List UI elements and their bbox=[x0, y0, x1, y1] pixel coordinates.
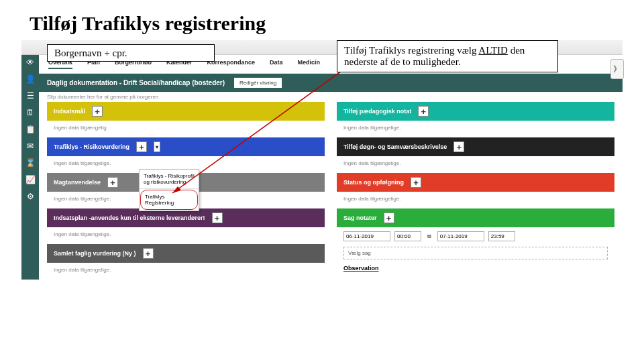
card-header: Tilføj pædagogisk notat+ bbox=[337, 102, 614, 121]
expand-handle[interactable]: 》 bbox=[610, 59, 624, 79]
app-screenshot: Borgernavn + cpr. Tilføj Trafiklys regis… bbox=[21, 40, 623, 280]
sidebar-icon-3[interactable]: 🗓 bbox=[25, 108, 36, 118]
card-empty: Ingen data tilgængelige. bbox=[337, 156, 614, 173]
card-header: Tilføj døgn- og Samværsbeskrivelse+ bbox=[337, 137, 614, 156]
card-empty: Ingen data tilgængelig. bbox=[47, 121, 325, 137]
sidebar-icon-0[interactable]: 👁 bbox=[25, 58, 36, 68]
time-from[interactable] bbox=[394, 231, 421, 241]
add-button[interactable]: + bbox=[411, 177, 421, 188]
dropdown-toggle[interactable]: ▾ bbox=[154, 141, 160, 152]
sidebar-icon-7[interactable]: 📈 bbox=[25, 175, 36, 185]
card-label: Trafiklys - Risikovurdering bbox=[54, 143, 129, 150]
tab-medicin[interactable]: Medicin bbox=[298, 59, 321, 69]
date-from[interactable] bbox=[343, 231, 390, 241]
time-to[interactable] bbox=[488, 231, 515, 241]
card-label: Tilføj pædagogisk notat bbox=[343, 108, 411, 115]
sidebar-icon-8[interactable]: ⚙ bbox=[25, 192, 36, 202]
sidebar-icon-6[interactable]: ⌛ bbox=[25, 158, 36, 168]
card-label: Magtanvendelse bbox=[54, 179, 101, 186]
sidebar: 👁👤☰🗓📋✉⌛📈⚙ bbox=[21, 55, 39, 280]
observation-link[interactable]: Observation bbox=[337, 262, 614, 274]
drop-hint: Slip dokumenter her for at gemme på borg… bbox=[39, 92, 623, 102]
card-empty: Ingen data tilgængelige. bbox=[47, 227, 325, 244]
card-header: Status og opfølgning+ bbox=[337, 173, 614, 192]
add-button[interactable]: + bbox=[136, 141, 147, 152]
card-label: Samlet faglig vurdering (Ny ) bbox=[54, 250, 136, 257]
add-dropdown: Trafiklys - Risikoprofil og risikovurder… bbox=[139, 169, 199, 211]
annot-text-a: Tilføj Trafiklys registrering vælg bbox=[344, 45, 478, 56]
card-label: Indsatsplan -anvendes kun til eksterne l… bbox=[54, 215, 205, 221]
card-header: Indsatsplan -anvendes kun til eksterne l… bbox=[47, 208, 325, 227]
card-header: Trafiklys - Risikovurdering+▾ bbox=[47, 137, 325, 156]
add-button[interactable]: + bbox=[212, 213, 223, 223]
section-header: Daglig dokumentation - Drift Social/hand… bbox=[39, 74, 623, 92]
card-label: Status og opfølgning bbox=[343, 179, 404, 186]
dropdown-option-registration[interactable]: Trafiklys Registrering bbox=[140, 190, 198, 210]
card-header: Samlet faglig vurdering (Ny )+ bbox=[47, 244, 325, 263]
add-button[interactable]: + bbox=[143, 248, 154, 259]
card-header: Sag notater+ bbox=[337, 208, 614, 227]
til-label: til bbox=[425, 233, 433, 239]
slide-title: Tilføj Trafiklys registrering bbox=[0, 0, 644, 40]
annot-altid: ALTID bbox=[478, 45, 508, 56]
edit-view-button[interactable]: Redigér visning bbox=[234, 78, 282, 88]
date-filter-bar: til bbox=[337, 227, 614, 245]
card-empty: Ingen data tilgængelige. bbox=[337, 121, 614, 137]
card-label: Indsatsmål bbox=[54, 108, 85, 115]
sidebar-icon-5[interactable]: ✉ bbox=[25, 141, 36, 152]
date-to[interactable] bbox=[437, 231, 484, 241]
add-button[interactable]: + bbox=[453, 141, 464, 152]
add-button[interactable]: + bbox=[384, 213, 394, 223]
section-title: Daglig dokumentation - Drift Social/hand… bbox=[47, 79, 225, 86]
sidebar-icon-4[interactable]: 📋 bbox=[25, 125, 36, 135]
dropdown-option-risk[interactable]: Trafiklys - Risikoprofil og risikovurder… bbox=[140, 170, 199, 189]
add-button[interactable]: + bbox=[107, 177, 118, 188]
card-header: Indsatsmål+ bbox=[47, 102, 325, 121]
add-button[interactable]: + bbox=[418, 106, 429, 117]
sidebar-icon-2[interactable]: ☰ bbox=[25, 91, 36, 101]
tab-data[interactable]: Data bbox=[270, 59, 283, 69]
card-empty: Ingen data tilgængelige. bbox=[47, 263, 325, 280]
annotation-left: Borgernavn + cpr. bbox=[47, 44, 215, 62]
right-column: Tilføj pædagogisk notat+Ingen data tilgæ… bbox=[337, 102, 614, 280]
sidebar-icon-1[interactable]: 👤 bbox=[25, 74, 36, 84]
add-button[interactable]: + bbox=[92, 106, 103, 117]
case-select[interactable]: Vælg sag bbox=[343, 247, 608, 259]
annotation-right: Tilføj Trafiklys registrering vælg ALTID… bbox=[337, 40, 558, 72]
card-label: Sag notater bbox=[343, 215, 377, 221]
card-empty: Ingen data tilgængelige. bbox=[337, 192, 614, 208]
card-label: Tilføj døgn- og Samværsbeskrivelse bbox=[343, 143, 447, 150]
